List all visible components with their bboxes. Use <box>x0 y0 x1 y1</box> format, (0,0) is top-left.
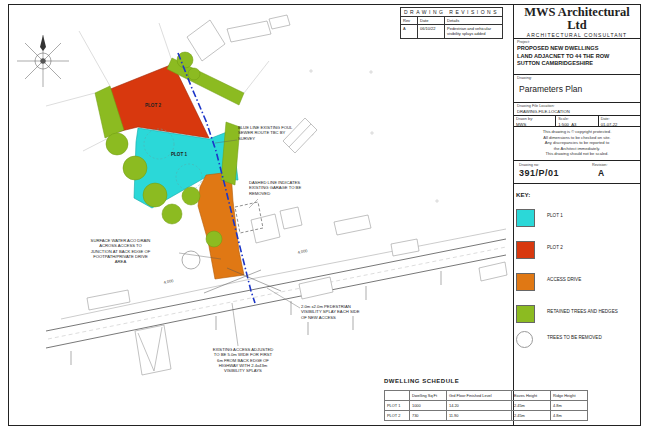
annotation-garage-removed: DASHED LINE INDICATES EXISTING GARAGE TO… <box>249 180 311 196</box>
drawing-sheet-page: PLOT 2 PLOT 1 4.000 4.000 SURFACE WATER … <box>0 0 645 430</box>
schedule-header-blank <box>385 391 410 401</box>
annotation-surface-water-drain: SURFACE WATER ACO DRAIN ACROSS ACCESS TO… <box>63 238 178 264</box>
visibility-splay-lines <box>204 268 353 335</box>
revision-value: A <box>592 168 635 178</box>
annotation-pedestrian-splay: 2.0m x2.0m PEDESTRIAN VISIBILITY SPLAY E… <box>301 304 379 320</box>
file-location-box: Drawing File Location: DRAWING-FILE-LOCA… <box>514 103 640 116</box>
revision-date: 06/10/22 <box>418 25 445 38</box>
drawing-revisions-table: DRAWING REVISIONS Rev Date Details A 06/… <box>400 7 503 39</box>
project-title: PROPOSED NEW DWELLINGS LAND ADJACNET TO … <box>517 45 637 68</box>
revisions-header-rev: Rev <box>401 17 418 24</box>
revisions-header-row: Rev Date Details <box>401 17 502 25</box>
annotation-foul-sewer: BLUE LINE EXISTING FOUL SEWER ROUTE TBC … <box>238 125 302 141</box>
drawing-sheet: PLOT 2 PLOT 1 4.000 4.000 SURFACE WATER … <box>8 4 641 426</box>
revisions-header-details: Details <box>445 17 502 24</box>
cell: 1000 <box>410 401 447 411</box>
drawing-title: Parameters Plan <box>517 81 637 94</box>
schedule-header-row: Dwelling Sq Ft Grd Floor Finished Level … <box>385 391 588 401</box>
key-label: PLOT 1 <box>547 213 625 219</box>
project-box: Project: PROPOSED NEW DWELLINGS LAND ADJ… <box>514 39 640 75</box>
schedule-header-eaves: Eaves Height <box>512 391 551 401</box>
revisions-header-date: Date <box>418 17 445 24</box>
company-name: MWS Architectural Ltd <box>517 6 637 32</box>
schedule-row-plot1: PLOT 1 1000 14.20 2.45m 4.8m <box>385 401 588 411</box>
plot1-label: PLOT 1 <box>171 152 188 157</box>
annotation-existing-access: EXISTING ACCESS ADJUSTED TO BE 5.0m WIDE… <box>205 347 281 373</box>
plot1-swatch <box>516 209 535 227</box>
company-header: MWS Architectural Ltd ARCHITECTURAL CONS… <box>514 5 640 39</box>
plot2-label: PLOT 2 <box>145 103 162 108</box>
key-item-trees-removed: TREES TO BE REMOVED <box>516 331 533 352</box>
road-dimension-1: 4.000 <box>163 278 175 285</box>
access-drive-swatch <box>516 273 535 291</box>
revision-rev: A <box>401 25 418 38</box>
trees-removed-swatch <box>516 331 533 348</box>
schedule-header-floor-level: Grd Floor Finished Level <box>447 391 512 401</box>
drawing-box: Drawing: Parameters Plan <box>514 75 640 103</box>
cell: PLOT 1 <box>385 401 410 411</box>
drawing-no-value: 391/P/01 <box>519 168 588 178</box>
plot2-swatch <box>516 241 535 259</box>
key-item-plot1: PLOT 1 <box>516 209 535 231</box>
road-dimension-2: 4.000 <box>297 248 309 255</box>
schedule-header-ridge: Ridge Height <box>551 391 588 401</box>
key-item-plot2: PLOT 2 <box>516 241 535 263</box>
dwelling-schedule-table: Dwelling Sq Ft Grd Floor Finished Level … <box>384 390 588 421</box>
schedule-row-plot2: PLOT 2 730 11.90 2.45m 4.8m <box>385 411 588 421</box>
revisions-title: DRAWING REVISIONS <box>401 8 502 17</box>
compass-rose-icon <box>17 35 69 87</box>
revision-details: Pedestrian and vehicular visibility spla… <box>445 25 502 38</box>
key-label: ACCESS DRIVE <box>547 277 625 283</box>
cell: 730 <box>410 411 447 421</box>
cell: 14.20 <box>447 401 512 411</box>
file-location-value: DRAWING-FILE-LOCATION <box>517 109 637 114</box>
copyright-notice: This drawing is © copyright protected. A… <box>514 127 640 161</box>
key-title: KEY: <box>516 191 639 198</box>
key-label: PLOT 2 <box>547 245 625 251</box>
key-legend: KEY: PLOT 1 PLOT 2 ACCESS DRIVE RETAINED… <box>513 191 639 198</box>
cell: PLOT 2 <box>385 411 410 421</box>
drawn-by-cell: Drawn by: MWS <box>514 116 556 126</box>
revisions-row: A 06/10/22 Pedestrian and vehicular visi… <box>401 25 502 38</box>
date-cell: Date: 01-07-22 <box>599 116 640 126</box>
key-label: RETAINED TREES AND HEDGES <box>547 309 625 315</box>
dwelling-schedule-title: DWELLING SCHEDULE <box>384 378 459 384</box>
key-label: TREES TO BE REMOVED <box>547 335 625 341</box>
drawing-number-box: Drawing no: 391/P/01 Revision: A <box>514 161 640 184</box>
schedule-header-sqft: Dwelling Sq Ft <box>410 391 447 401</box>
cell: 4.8m <box>551 411 588 421</box>
scale-cell: Scale: 1:500_A3 <box>556 116 598 126</box>
meta-row: Drawn by: MWS Scale: 1:500_A3 Date: 01-0… <box>514 116 640 127</box>
retained-trees-swatch <box>516 305 535 323</box>
cell: 11.90 <box>447 411 512 421</box>
cell: 4.8m <box>551 401 588 411</box>
cell: 2.45m <box>512 401 551 411</box>
survey-grid-crosses <box>309 69 439 203</box>
key-item-retained-trees: RETAINED TREES AND HEDGES <box>516 305 535 327</box>
key-item-access-drive: ACCESS DRIVE <box>516 273 535 295</box>
cell: 2.45m <box>512 411 551 421</box>
access-drive-area <box>198 172 244 279</box>
